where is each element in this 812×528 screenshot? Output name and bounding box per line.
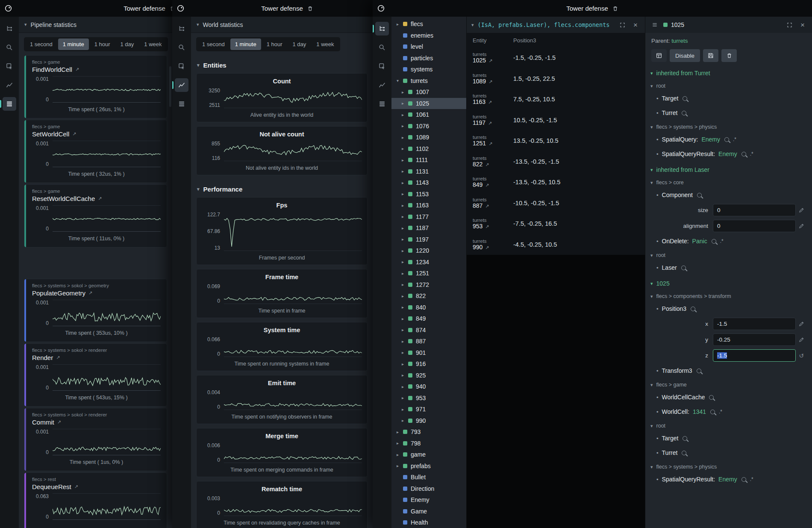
tree-item[interactable]: ▸1220 <box>391 245 466 257</box>
chevron-right-icon[interactable]: ▸ <box>402 180 408 185</box>
query-result-row[interactable]: turrets822↗-13.5, -0.25, -1.5 <box>467 151 645 172</box>
external-link-icon[interactable]: ↗ <box>488 100 492 105</box>
component-path-header[interactable]: ▾flecs > game <box>645 378 812 390</box>
tree-item[interactable]: ▸798 <box>391 438 466 449</box>
external-link-icon[interactable]: ↗ <box>485 183 489 188</box>
tree-tool-button[interactable] <box>175 22 188 35</box>
tree-item[interactable]: ▸840 <box>391 302 466 313</box>
component-path-header[interactable]: ▾root <box>645 248 812 260</box>
chevron-right-icon[interactable]: ▸ <box>402 407 408 412</box>
component-path-header[interactable]: ▾root <box>645 419 812 431</box>
tree-tool-button[interactable] <box>3 22 16 35</box>
tree-item[interactable]: ▸1089 <box>391 132 466 143</box>
chevron-right-icon[interactable]: ▸ <box>402 158 408 162</box>
panel-header[interactable]: ▾ Pipeline statistics <box>19 17 172 33</box>
chart-tool-button[interactable] <box>375 78 389 92</box>
query-result-row[interactable]: turrets1163↗7.5, -0.25, 10.5 <box>467 89 645 110</box>
stats-tool-button[interactable] <box>175 97 188 111</box>
time-range-button[interactable]: 1 second <box>25 38 57 50</box>
trash-icon[interactable] <box>169 5 172 12</box>
tree-item[interactable]: ▸1111 <box>391 154 466 166</box>
search-lens-icon[interactable] <box>683 436 687 441</box>
component-value-link[interactable]: 1341 <box>693 408 706 415</box>
component-path-header[interactable]: ▾flecs > core <box>645 176 812 188</box>
chevron-right-icon[interactable]: ▸ <box>402 418 408 423</box>
chevron-right-icon[interactable]: ▸ <box>402 384 408 389</box>
component-value-link[interactable]: Enemy <box>718 150 737 157</box>
edit-pencil-icon[interactable] <box>796 207 807 213</box>
time-range-button[interactable]: 1 second <box>197 38 229 50</box>
tree-tool-button[interactable] <box>375 22 389 35</box>
time-range-button[interactable]: 1 week <box>312 38 338 50</box>
search-lens-icon[interactable] <box>724 137 729 142</box>
tree-item[interactable]: ▸prefabs <box>391 460 466 472</box>
tree-item[interactable]: ▸1007 <box>391 86 466 98</box>
inspect-tool-button[interactable] <box>375 59 389 73</box>
query-result-row[interactable]: turrets887↗-10.5, -0.25, -1.5 <box>467 193 645 214</box>
edit-pencil-icon[interactable] <box>796 321 807 327</box>
tree-item[interactable]: systems <box>391 64 466 75</box>
time-range-button[interactable]: 1 minute <box>230 38 261 50</box>
tree-item[interactable]: ▸1272 <box>391 279 466 291</box>
panel-handle-icon[interactable] <box>650 20 659 29</box>
query-result-row[interactable]: turrets1251↗13.5, -0.25, 10.5 <box>467 130 645 151</box>
disable-button[interactable]: Disable <box>670 49 700 62</box>
query-result-row[interactable]: turrets990↗-4.5, -0.25, 10.5 <box>467 234 645 255</box>
chevron-right-icon[interactable]: ▸ <box>402 362 408 366</box>
tree-item[interactable]: ▸953 <box>391 392 466 404</box>
component-value-link[interactable]: Enemy <box>718 476 737 483</box>
query-result-row[interactable]: turrets1089↗1.5, -0.25, 22.5 <box>467 68 645 89</box>
field-input[interactable]: 0 <box>713 204 796 216</box>
time-range-button[interactable]: 1 day <box>288 38 311 50</box>
tree-item[interactable]: ▸925 <box>391 370 466 381</box>
trash-icon[interactable] <box>612 5 618 12</box>
tree-item[interactable]: Enemy <box>391 494 466 506</box>
tree-item[interactable]: ▸1076 <box>391 121 466 132</box>
chevron-right-icon[interactable]: ▸ <box>402 192 408 196</box>
chevron-right-icon[interactable]: ▸ <box>402 373 408 378</box>
chevron-right-icon[interactable]: ▸ <box>402 350 408 355</box>
fullscreen-icon[interactable] <box>785 20 794 29</box>
tree-item[interactable]: ▸793 <box>391 426 466 438</box>
component-value-link[interactable]: Enemy <box>701 136 720 143</box>
external-link-icon[interactable]: ↗ <box>488 79 492 85</box>
tree-item[interactable]: ▸1251 <box>391 268 466 279</box>
time-range-button[interactable]: 1 week <box>139 38 166 50</box>
time-range-button[interactable]: 1 minute <box>58 38 89 50</box>
tree-item[interactable]: ▸901 <box>391 347 466 359</box>
revert-icon[interactable]: ↺ <box>796 352 807 359</box>
chevron-right-icon[interactable]: ▸ <box>397 452 403 457</box>
chevron-right-icon[interactable]: ▸ <box>397 430 403 434</box>
edit-pencil-icon[interactable] <box>796 223 807 229</box>
search-lens-icon[interactable] <box>741 477 746 482</box>
chevron-right-icon[interactable]: ▸ <box>402 294 408 298</box>
chevron-right-icon[interactable]: ▸ <box>402 305 408 310</box>
chevron-down-icon[interactable]: ▾ <box>471 22 474 28</box>
search-lens-icon[interactable] <box>697 369 701 373</box>
query-result-row[interactable]: turrets953↗-7.5, -0.25, 16.5 <box>467 213 645 234</box>
chevron-right-icon[interactable]: ▸ <box>402 124 408 128</box>
query-expression[interactable]: (IsA, prefabs.Laser), flecs.components <box>478 21 614 28</box>
tree-item[interactable]: Direction <box>391 483 466 495</box>
time-range-button[interactable]: 1 hour <box>262 38 287 50</box>
scrollbar-thumb[interactable] <box>169 66 171 107</box>
trash-icon[interactable] <box>307 5 313 12</box>
search-lens-icon[interactable] <box>712 239 716 244</box>
stats-tool-button[interactable] <box>375 97 389 111</box>
tree-item[interactable]: ▸916 <box>391 358 466 370</box>
save-button[interactable] <box>703 49 718 62</box>
chart-tool-button[interactable] <box>3 78 16 92</box>
chevron-right-icon[interactable]: ▸ <box>402 146 408 151</box>
tree-item[interactable]: ▸1234 <box>391 257 466 268</box>
component-path-header[interactable]: ▾flecs > systems > physics <box>645 460 812 472</box>
chevron-right-icon[interactable]: ▸ <box>402 226 408 230</box>
tree-item[interactable]: ▸887 <box>391 336 466 347</box>
field-input[interactable]: 0 <box>713 220 796 232</box>
tree-item[interactable]: ▸822 <box>391 290 466 302</box>
external-link-icon[interactable]: ↗ <box>485 245 489 251</box>
search-lens-icon[interactable] <box>682 111 686 115</box>
tree-item[interactable]: ▸990 <box>391 415 466 427</box>
chevron-right-icon[interactable]: ▸ <box>402 282 408 287</box>
tree-item[interactable]: level <box>391 41 466 53</box>
query-result-row[interactable]: turrets849↗-13.5, -0.25, 10.5 <box>467 172 645 193</box>
